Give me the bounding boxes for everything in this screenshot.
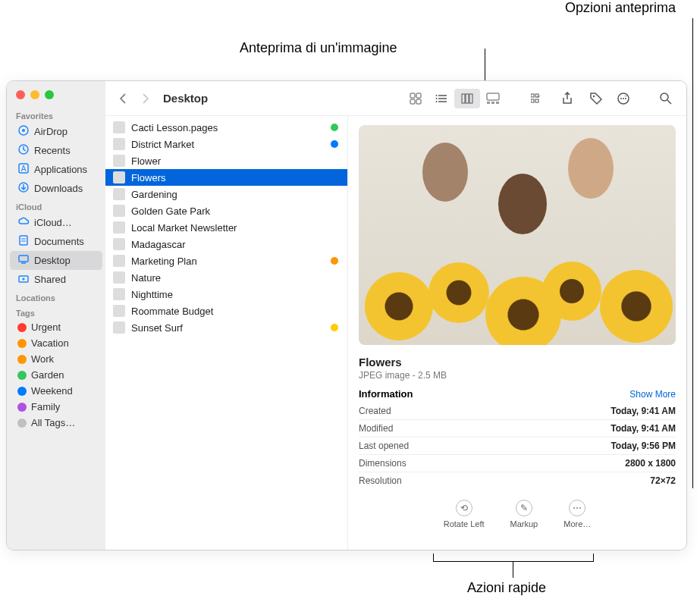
view-icon-button[interactable]: [403, 89, 428, 108]
file-tag-dot: [331, 257, 338, 265]
annotation-line: [513, 561, 513, 578]
sidebar-item-weekend[interactable]: Weekend: [10, 383, 102, 399]
annotation-preview-options: Opzioni anteprima: [565, 0, 676, 16]
file-row[interactable]: Sunset Surf: [105, 319, 347, 336]
zoom-window-button[interactable]: [45, 90, 54, 99]
shared-icon: [17, 272, 30, 287]
file-row[interactable]: Flowers: [105, 169, 347, 186]
info-row: CreatedToday, 9:41 AM: [359, 403, 676, 419]
sidebar-item-garden[interactable]: Garden: [10, 367, 102, 383]
file-row[interactable]: District Market: [105, 136, 347, 152]
file-row[interactable]: Nighttime: [105, 286, 347, 303]
quick-action-rotate[interactable]: ⟲Rotate Left: [444, 500, 485, 528]
quick-actions: ⟲Rotate Left✎Markup⋯More…: [359, 500, 676, 528]
sidebar-item-label: Weekend: [31, 385, 73, 397]
sidebar-item-label: Work: [31, 353, 54, 365]
file-thumbnail-icon: [113, 321, 125, 334]
sidebar-section-tags: Tags: [7, 304, 105, 319]
sidebar-item-vacation[interactable]: Vacation: [10, 335, 102, 351]
file-thumbnail-icon: [113, 238, 125, 250]
sidebar-item-desktop[interactable]: Desktop: [10, 251, 102, 270]
file-row[interactable]: Golden Gate Park: [105, 202, 347, 219]
group-by-button[interactable]: [527, 89, 550, 108]
file-row[interactable]: Nature: [105, 269, 347, 286]
tag-dot-icon: [17, 403, 27, 412]
search-button[interactable]: [654, 89, 677, 108]
window-controls: [7, 81, 105, 107]
tag-dot-icon: [17, 323, 27, 332]
info-row: Last openedToday, 9:56 PM: [359, 437, 676, 454]
file-thumbnail-icon: [113, 288, 125, 300]
tags-button[interactable]: [585, 89, 607, 108]
minimize-window-button[interactable]: [30, 90, 39, 99]
sidebar-item-shared[interactable]: Shared: [10, 270, 102, 289]
sidebar-item-recents[interactable]: Recents: [10, 141, 102, 160]
back-button[interactable]: [115, 90, 131, 107]
sidebar-item-work[interactable]: Work: [10, 351, 102, 367]
airdrop-icon: [17, 124, 30, 139]
forward-button[interactable]: [137, 90, 154, 107]
tag-dot-icon: [17, 371, 27, 380]
info-value: 2800 x 1800: [625, 458, 676, 469]
view-gallery-button[interactable]: [480, 89, 506, 108]
file-row[interactable]: Roommate Budget: [105, 303, 347, 319]
sidebar-item-label: Vacation: [31, 337, 69, 349]
svg-point-20: [436, 95, 438, 96]
sidebar-item-documents[interactable]: Documents: [10, 232, 102, 251]
sidebar-item-urgent[interactable]: Urgent: [10, 319, 102, 335]
file-row[interactable]: Marketing Plan: [105, 252, 347, 269]
svg-rect-33: [535, 99, 538, 102]
file-thumbnail-icon: [113, 305, 125, 317]
info-key: Modified: [359, 423, 393, 434]
sidebar-item-icloud-[interactable]: iCloud…: [10, 213, 102, 232]
file-name: Flower: [131, 155, 161, 167]
info-key: Resolution: [359, 475, 402, 486]
annotation-line: [593, 554, 594, 562]
sidebar-item-label: Urgent: [31, 321, 61, 333]
info-value: Today, 9:56 PM: [611, 441, 676, 451]
file-row[interactable]: Cacti Lesson.pages: [105, 119, 347, 136]
file-row[interactable]: Gardening: [105, 186, 347, 202]
recents-icon: [17, 143, 30, 158]
file-name: Gardening: [131, 189, 177, 200]
file-column: Cacti Lesson.pagesDistrict MarketFlowerF…: [105, 116, 348, 550]
sidebar-item-family[interactable]: Family: [10, 399, 102, 415]
sidebar-item-label: Shared: [34, 274, 66, 285]
sidebar-item-label: Garden: [31, 369, 64, 381]
sidebar-item-airdrop[interactable]: AirDrop: [10, 122, 102, 141]
view-column-button[interactable]: [454, 89, 480, 108]
tag-dot-icon: [17, 419, 27, 428]
annotation-line: [692, 18, 693, 488]
share-button[interactable]: [556, 89, 579, 108]
preview-title: Flowers: [359, 356, 676, 368]
preview-thumbnail: [359, 125, 676, 345]
show-more-button[interactable]: Show More: [629, 389, 676, 400]
info-row: Resolution72×72: [359, 472, 676, 489]
file-tag-dot: [331, 324, 338, 331]
main-panel: Desktop Cacti Lesson.pagesDistrict Marke…: [105, 81, 686, 550]
sidebar-item-applications[interactable]: AApplications: [10, 160, 102, 179]
sidebar-item-downloads[interactable]: Downloads: [10, 179, 102, 198]
finder-window: Favorites AirDropRecentsAApplicationsDow…: [6, 80, 687, 550]
action-menu-button[interactable]: [614, 89, 636, 108]
quick-action-label: More…: [563, 519, 591, 528]
svg-rect-24: [466, 94, 469, 103]
file-name: District Market: [131, 139, 194, 150]
svg-rect-16: [416, 99, 421, 104]
info-row: ModifiedToday, 9:41 AM: [359, 419, 676, 437]
info-value: Today, 9:41 AM: [611, 423, 676, 434]
sidebar-section-favorites: Favorites: [7, 107, 105, 122]
close-window-button[interactable]: [16, 90, 25, 99]
info-key: Created: [359, 406, 391, 416]
sidebar-section-locations: Locations: [7, 289, 105, 304]
view-list-button[interactable]: [428, 89, 454, 108]
file-row[interactable]: Flower: [105, 152, 347, 169]
file-row[interactable]: Madagascar: [105, 236, 347, 252]
file-name: Roommate Budget: [131, 306, 213, 317]
quick-action-more[interactable]: ⋯More…: [563, 500, 591, 528]
svg-point-36: [620, 98, 622, 99]
file-row[interactable]: Local Market Newsletter: [105, 219, 347, 236]
sidebar-item-all-tags-[interactable]: All Tags…: [10, 415, 102, 431]
sidebar-item-label: Desktop: [34, 255, 71, 266]
quick-action-markup[interactable]: ✎Markup: [510, 500, 538, 528]
